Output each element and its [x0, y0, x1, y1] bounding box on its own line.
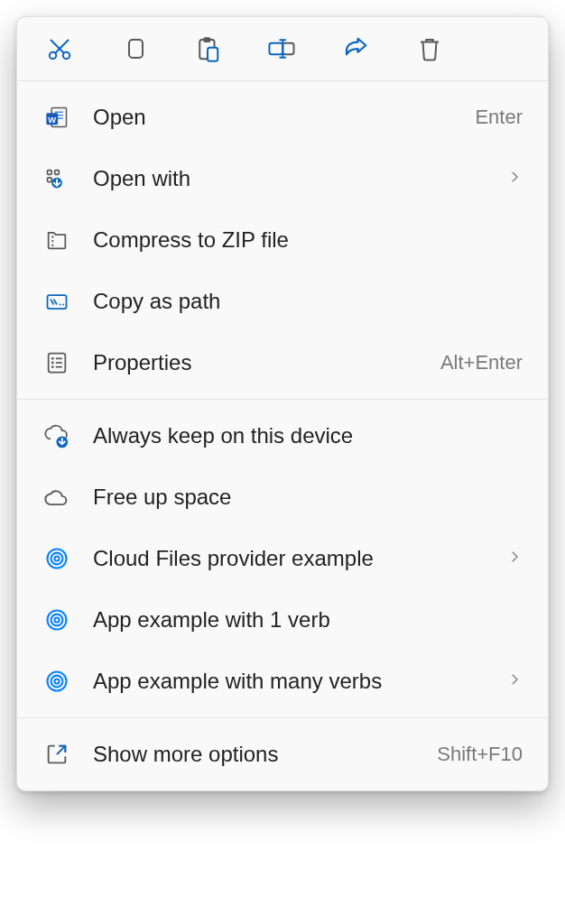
menu-item-label: Open — [93, 105, 453, 130]
menu-item-label: App example with many verbs — [93, 669, 485, 694]
share-button[interactable] — [340, 33, 371, 64]
svg-rect-18 — [48, 178, 52, 182]
rename-icon — [267, 35, 296, 62]
menu-item-free-up-space[interactable]: Free up space — [17, 467, 548, 528]
delete-button[interactable] — [414, 33, 445, 64]
menu-item-label: Properties — [93, 350, 419, 375]
svg-rect-7 — [208, 48, 218, 61]
share-icon — [342, 35, 369, 62]
menu-item-label: Copy as path — [93, 289, 523, 314]
copy-icon — [120, 35, 147, 62]
chevron-right-icon — [506, 169, 523, 189]
chevron-right-icon — [506, 549, 523, 568]
svg-point-0 — [50, 52, 57, 60]
menu-item-label: Open with — [93, 166, 485, 191]
svg-rect-4 — [129, 40, 143, 58]
menu-item-shortcut: Alt+Enter — [440, 351, 523, 374]
menu-section-file: W Open Enter Open with — [17, 81, 548, 399]
svg-rect-21 — [48, 295, 67, 309]
svg-point-27 — [51, 365, 54, 368]
cloud-download-icon — [42, 421, 71, 450]
properties-icon — [42, 348, 71, 377]
menu-item-shortcut: Enter — [475, 106, 523, 129]
svg-rect-19 — [55, 171, 60, 175]
svg-point-37 — [54, 617, 59, 622]
menu-item-label: Always keep on this device — [93, 423, 523, 448]
svg-point-22 — [60, 304, 61, 306]
menu-item-show-more[interactable]: Show more options Shift+F10 — [17, 724, 548, 785]
menu-item-properties[interactable]: Properties Alt+Enter — [17, 332, 548, 393]
cut-button[interactable] — [44, 33, 75, 64]
svg-point-40 — [54, 679, 59, 683]
menu-item-label: Compress to ZIP file — [93, 227, 523, 253]
paste-icon — [194, 35, 221, 62]
svg-point-33 — [51, 553, 63, 565]
svg-text:W: W — [48, 116, 56, 125]
menu-item-copy-as-path[interactable]: Copy as path — [17, 271, 548, 332]
svg-point-26 — [51, 362, 54, 365]
menu-item-open[interactable]: W Open Enter — [17, 87, 548, 148]
rename-button[interactable] — [266, 33, 297, 64]
svg-point-36 — [51, 614, 63, 626]
spiral-icon — [42, 667, 71, 696]
svg-rect-17 — [48, 171, 52, 175]
menu-item-open-with[interactable]: Open with — [17, 148, 548, 209]
copy-path-icon — [42, 287, 71, 316]
spiral-icon — [42, 605, 71, 634]
menu-item-cloud-provider[interactable]: Cloud Files provider example — [17, 528, 548, 589]
svg-point-34 — [54, 556, 59, 560]
menu-item-label: Free up space — [93, 485, 523, 510]
open-with-icon — [42, 164, 71, 193]
zip-icon — [42, 226, 71, 254]
svg-point-39 — [51, 676, 63, 688]
menu-item-shortcut: Shift+F10 — [437, 743, 523, 766]
context-menu: W Open Enter Open with — [16, 16, 549, 791]
menu-item-always-keep[interactable]: Always keep on this device — [17, 405, 548, 467]
copy-button[interactable] — [118, 33, 149, 64]
toolbar — [17, 17, 548, 81]
menu-item-label: Show more options — [93, 742, 415, 767]
chevron-right-icon — [506, 671, 523, 691]
trash-icon — [416, 35, 443, 62]
menu-item-label: Cloud Files provider example — [93, 546, 485, 571]
cloud-icon — [42, 483, 71, 512]
spiral-icon — [42, 544, 71, 573]
svg-point-1 — [63, 52, 70, 60]
svg-rect-8 — [269, 43, 282, 54]
menu-item-app-many-verbs[interactable]: App example with many verbs — [17, 651, 548, 712]
menu-item-label: App example with 1 verb — [93, 607, 523, 633]
show-more-icon — [42, 740, 71, 769]
menu-section-cloud: Always keep on this device Free up space… — [17, 399, 548, 717]
svg-rect-9 — [282, 43, 293, 54]
menu-item-compress-zip[interactable]: Compress to ZIP file — [17, 209, 548, 271]
svg-point-23 — [62, 304, 64, 306]
svg-point-25 — [51, 357, 54, 360]
word-document-icon: W — [42, 103, 71, 132]
menu-item-app-1-verb[interactable]: App example with 1 verb — [17, 589, 548, 651]
scissors-icon — [46, 35, 73, 62]
menu-section-more: Show more options Shift+F10 — [17, 717, 548, 790]
paste-button[interactable] — [192, 33, 223, 64]
